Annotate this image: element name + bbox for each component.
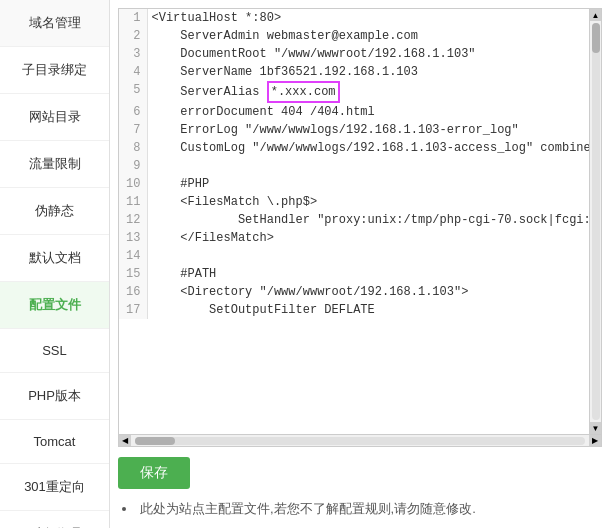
line-code [147, 157, 589, 175]
table-row: 14 [119, 247, 589, 265]
line-code: <VirtualHost *:80> [147, 9, 589, 27]
table-row: 17 SetOutputFilter DEFLATE [119, 301, 589, 319]
line-number: 5 [119, 81, 147, 103]
vertical-scrollbar[interactable]: ▲ ▼ [589, 9, 601, 434]
line-code: <FilesMatch \.php$> [147, 193, 589, 211]
line-number: 7 [119, 121, 147, 139]
hscroll-thumb[interactable] [135, 437, 175, 445]
scroll-down-arrow[interactable]: ▼ [590, 422, 602, 434]
line-code: #PHP [147, 175, 589, 193]
sidebar-item-配置文件[interactable]: 配置文件 [0, 282, 109, 329]
main-content: 1<VirtualHost *:80>2 ServerAdmin webmast… [110, 0, 610, 528]
line-number: 14 [119, 247, 147, 265]
sidebar: 域名管理子目录绑定网站目录流量限制伪静态默认文档配置文件SSLPHP版本Tomc… [0, 0, 110, 528]
table-row: 13 </FilesMatch> [119, 229, 589, 247]
horizontal-scrollbar[interactable]: ◀ ▶ [119, 434, 601, 446]
table-row: 11 <FilesMatch \.php$> [119, 193, 589, 211]
sidebar-item-流量限制[interactable]: 流量限制 [0, 141, 109, 188]
vscroll-thumb[interactable] [592, 23, 600, 53]
save-area: 保存 [110, 447, 610, 495]
sidebar-item-域名管理[interactable]: 域名管理 [0, 0, 109, 47]
line-code: SetOutputFilter DEFLATE [147, 301, 589, 319]
line-number: 15 [119, 265, 147, 283]
sidebar-item-网站目录[interactable]: 网站目录 [0, 94, 109, 141]
line-code: ServerAdmin webmaster@example.com [147, 27, 589, 45]
sidebar-item-Tomcat[interactable]: Tomcat [0, 420, 109, 464]
scroll-up-arrow[interactable]: ▲ [590, 9, 602, 21]
table-row: 1<VirtualHost *:80> [119, 9, 589, 27]
sidebar-item-SSL[interactable]: SSL [0, 329, 109, 373]
table-row: 16 <Directory "/www/wwwroot/192.168.1.10… [119, 283, 589, 301]
line-code: ServerName 1bf36521.192.168.1.103 [147, 63, 589, 81]
line-code: DocumentRoot "/www/wwwroot/192.168.1.103… [147, 45, 589, 63]
line-number: 4 [119, 63, 147, 81]
table-row: 6 errorDocument 404 /404.html [119, 103, 589, 121]
table-row: 10 #PHP [119, 175, 589, 193]
sidebar-item-301重定向[interactable]: 301重定向 [0, 464, 109, 511]
line-code: SetHandler "proxy:unix:/tmp/php-cgi-70.s… [147, 211, 589, 229]
save-button[interactable]: 保存 [118, 457, 190, 489]
hscroll-track [135, 437, 585, 445]
line-number: 17 [119, 301, 147, 319]
line-number: 11 [119, 193, 147, 211]
line-code: ServerAlias *.xxx.com [147, 81, 589, 103]
line-number: 9 [119, 157, 147, 175]
sidebar-item-默认文档[interactable]: 默认文档 [0, 235, 109, 282]
line-number: 13 [119, 229, 147, 247]
table-row: 15 #PATH [119, 265, 589, 283]
note-area: 此处为站点主配置文件,若您不了解配置规则,请勿随意修改. [110, 495, 610, 528]
line-number: 8 [119, 139, 147, 157]
scroll-left-arrow[interactable]: ◀ [119, 435, 131, 447]
line-number: 16 [119, 283, 147, 301]
line-number: 12 [119, 211, 147, 229]
sidebar-item-子目录绑定[interactable]: 子目录绑定 [0, 47, 109, 94]
line-number: 6 [119, 103, 147, 121]
line-code: errorDocument 404 /404.html [147, 103, 589, 121]
line-number: 2 [119, 27, 147, 45]
sidebar-item-伪静态[interactable]: 伪静态 [0, 188, 109, 235]
table-row: 2 ServerAdmin webmaster@example.com [119, 27, 589, 45]
scroll-right-arrow[interactable]: ▶ [589, 435, 601, 447]
code-editor: 1<VirtualHost *:80>2 ServerAdmin webmast… [118, 8, 602, 447]
sidebar-item-反向代理[interactable]: 反向代理 [0, 511, 109, 528]
line-number: 10 [119, 175, 147, 193]
table-row: 4 ServerName 1bf36521.192.168.1.103 [119, 63, 589, 81]
code-scroll[interactable]: 1<VirtualHost *:80>2 ServerAdmin webmast… [119, 9, 589, 434]
line-number: 1 [119, 9, 147, 27]
line-code: <Directory "/www/wwwroot/192.168.1.103"> [147, 283, 589, 301]
vscroll-track [592, 23, 600, 420]
line-code: ErrorLog "/www/wwwlogs/192.168.1.103-err… [147, 121, 589, 139]
note-text: 此处为站点主配置文件,若您不了解配置规则,请勿随意修改. [122, 499, 602, 520]
line-number: 3 [119, 45, 147, 63]
line-code: #PATH [147, 265, 589, 283]
line-code [147, 247, 589, 265]
table-row: 3 DocumentRoot "/www/wwwroot/192.168.1.1… [119, 45, 589, 63]
code-table: 1<VirtualHost *:80>2 ServerAdmin webmast… [119, 9, 589, 319]
table-row: 8 CustomLog "/www/wwwlogs/192.168.1.103-… [119, 139, 589, 157]
table-row: 9 [119, 157, 589, 175]
highlighted-text: *.xxx.com [267, 81, 340, 103]
line-code: </FilesMatch> [147, 229, 589, 247]
table-row: 7 ErrorLog "/www/wwwlogs/192.168.1.103-e… [119, 121, 589, 139]
sidebar-item-PHP版本[interactable]: PHP版本 [0, 373, 109, 420]
table-row: 5 ServerAlias *.xxx.com [119, 81, 589, 103]
line-code: CustomLog "/www/wwwlogs/192.168.1.103-ac… [147, 139, 589, 157]
table-row: 12 SetHandler "proxy:unix:/tmp/php-cgi-7… [119, 211, 589, 229]
